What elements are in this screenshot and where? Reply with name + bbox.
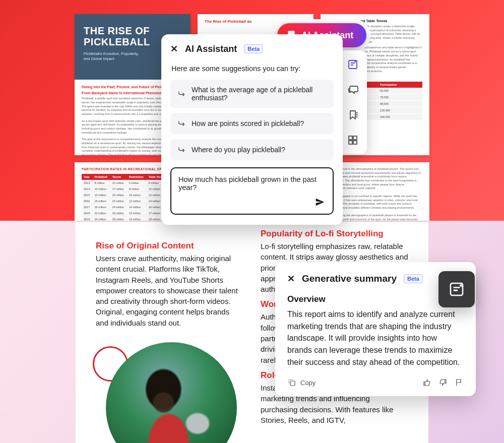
- gen-summary-text: This report aims to identify and analyze…: [287, 308, 464, 368]
- flag-icon[interactable]: [455, 378, 464, 387]
- copy-button[interactable]: Copy: [287, 378, 316, 387]
- chat-icon[interactable]: [347, 84, 359, 96]
- ai-suggestion-text: How are points scored in pickleball?: [192, 119, 304, 128]
- thumbs-up-icon[interactable]: [422, 378, 431, 387]
- reply-arrow-icon: [177, 89, 186, 98]
- copy-icon: [287, 378, 296, 387]
- ai-intro-text: Here are some suggestions you can try:: [171, 65, 333, 73]
- svg-rect-1: [349, 136, 352, 140]
- section-title-lofi: Popularity of Lo-fi Storytelling: [261, 229, 408, 239]
- ai-suggestion-text: Where do you play pickleball?: [192, 146, 285, 154]
- ai-panel-title: AI Assistant: [185, 44, 237, 54]
- beta-badge: Beta: [244, 44, 263, 53]
- section-title-original-content: Rise of Original Content: [96, 241, 243, 251]
- side-toolbar: [339, 50, 367, 154]
- doc1-subtitle: Pickleball's Evolution, Popularity, and …: [84, 51, 144, 61]
- ai-assistant-panel: ✕ AI Assistant Beta Here are some sugges…: [161, 34, 343, 225]
- send-icon[interactable]: [314, 197, 326, 210]
- gen-panel-title: Generative summary: [302, 273, 397, 284]
- svg-rect-5: [290, 381, 295, 386]
- summary-sparkle-icon: [448, 281, 465, 298]
- reply-arrow-icon: [177, 119, 186, 128]
- close-icon[interactable]: ✕: [287, 273, 295, 284]
- ai-suggestion-text: What is the average age of a pickleball …: [192, 86, 327, 102]
- section-body: Users crave authenticity, making origina…: [96, 253, 243, 328]
- doc3-title: Pickleball, Tennis, and Table Tennis: [328, 19, 422, 23]
- generative-summary-launch-button[interactable]: [438, 271, 475, 307]
- gen-subtitle: Overview: [287, 294, 464, 304]
- close-icon[interactable]: ✕: [170, 43, 178, 54]
- ai-suggestion[interactable]: How are points scored in pickleball?: [170, 113, 334, 134]
- ai-prompt-input[interactable]: How much has pickleball grown in the pas…: [178, 175, 326, 197]
- copy-label: Copy: [300, 379, 316, 387]
- ai-suggestion[interactable]: Where do you play pickleball?: [170, 139, 334, 160]
- bookmark-icon[interactable]: [347, 109, 359, 121]
- beta-badge: Beta: [404, 274, 423, 283]
- svg-rect-2: [353, 136, 357, 140]
- reply-arrow-icon: [177, 145, 186, 154]
- thumbs-down-icon[interactable]: [438, 378, 448, 387]
- hero-photo-frame: [96, 342, 237, 443]
- ai-input-container[interactable]: How much has pickleball grown in the pas…: [170, 167, 334, 215]
- summary-icon[interactable]: [347, 58, 359, 71]
- svg-rect-3: [349, 141, 352, 144]
- ai-suggestion[interactable]: What is the average age of a pickleball …: [170, 80, 334, 108]
- svg-rect-4: [353, 141, 357, 144]
- apps-grid-icon[interactable]: [347, 134, 359, 146]
